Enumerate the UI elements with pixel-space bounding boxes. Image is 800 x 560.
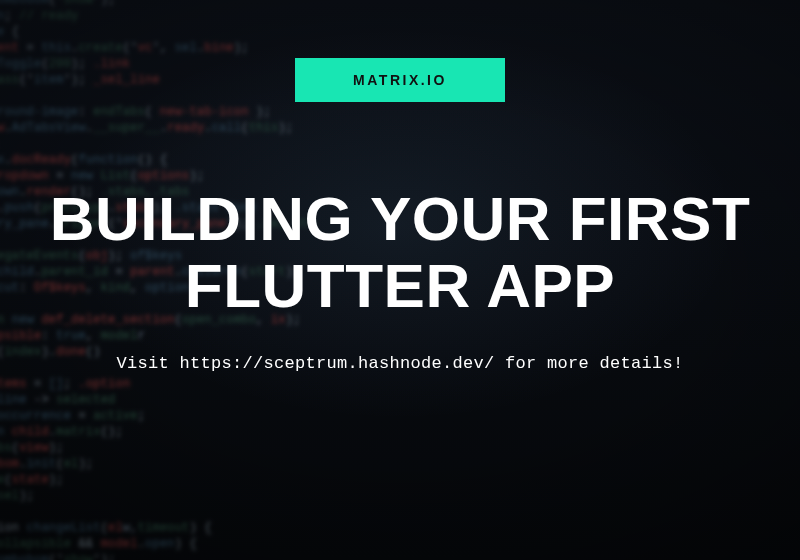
subtitle: Visit https://sceptrum.hashnode.dev/ for… bbox=[116, 354, 683, 373]
headline: BUILDING YOUR FIRST FLUTTER APP bbox=[0, 186, 800, 320]
hero-content: MATRIX.IO BUILDING YOUR FIRST FLUTTER AP… bbox=[0, 0, 800, 560]
brand-label: MATRIX.IO bbox=[353, 72, 447, 88]
brand-badge: MATRIX.IO bbox=[295, 58, 505, 102]
